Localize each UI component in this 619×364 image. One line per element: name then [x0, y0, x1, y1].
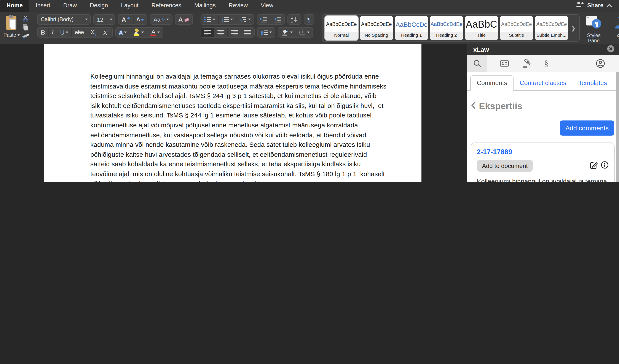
line-spacing-caret-icon[interactable]: [269, 31, 272, 33]
menu-tab-home[interactable]: Home: [0, 0, 29, 12]
multilevel-list-caret-icon[interactable]: [248, 19, 251, 20]
tab-contract-clauses[interactable]: Contract clauses: [514, 76, 572, 90]
shading-caret-icon[interactable]: [290, 31, 293, 33]
breadcrumb[interactable]: Ekspertiis: [471, 101, 619, 111]
sort-button[interactable]: AZ: [288, 15, 301, 24]
style-chip-no-spacing[interactable]: AaBbCcDdEe No Spacing: [360, 16, 393, 40]
style-chip-subtle-emphasis[interactable]: AaBbCcDdEe Subtle Emph...: [535, 16, 568, 40]
multilevel-list-button[interactable]: 1ai: [236, 15, 254, 24]
style-chip-heading1[interactable]: AaBbCcDc Heading 1: [395, 16, 428, 40]
contact-card-icon[interactable]: [500, 59, 509, 68]
shading-button[interactable]: [278, 28, 296, 37]
chevron-left-icon[interactable]: [471, 101, 476, 111]
menu-tab-mailings[interactable]: Mailings: [188, 0, 222, 12]
borders-caret-icon[interactable]: [307, 31, 310, 33]
search-icon[interactable]: [467, 55, 487, 72]
italic-button[interactable]: I: [48, 28, 57, 37]
gallery-more-icon[interactable]: ❯: [570, 25, 577, 31]
format-painter-icon[interactable]: [22, 33, 30, 41]
style-chip-title[interactable]: AaBbC Title: [465, 16, 498, 40]
bullet-list-button[interactable]: [201, 15, 218, 24]
style-chip-subtitle[interactable]: AaBbCcDdEe Subtitle: [500, 16, 533, 40]
close-icon[interactable]: [607, 45, 615, 54]
info-icon[interactable]: [601, 161, 609, 171]
menu-tab-design[interactable]: Design: [84, 0, 114, 12]
account-icon[interactable]: [596, 59, 605, 68]
bullet-list-caret-icon[interactable]: [213, 19, 215, 20]
font-size-caret-icon[interactable]: [110, 19, 113, 20]
shrink-font-button[interactable]: A: [133, 15, 147, 24]
font-color-button[interactable]: A: [147, 28, 163, 37]
paragraph-group: 123 1ai: [201, 14, 314, 42]
font-color-caret-icon[interactable]: [157, 31, 160, 33]
justify-button[interactable]: [241, 28, 254, 37]
add-to-document-button[interactable]: Add to document: [477, 160, 533, 172]
menu-tab-review[interactable]: Review: [222, 0, 254, 12]
svg-text:¶: ¶: [595, 21, 598, 28]
styles-pane-button[interactable]: ¶ Styles Pane: [584, 14, 604, 42]
subscript-button[interactable]: X2: [87, 28, 100, 37]
borders-button[interactable]: [296, 28, 312, 37]
font-name-value: Calibri (Body): [41, 16, 73, 22]
underline-caret-icon[interactable]: [66, 31, 69, 33]
menu-tab-references[interactable]: References: [145, 0, 188, 12]
font-size-value: 12: [97, 16, 103, 23]
line-spacing-button[interactable]: [258, 28, 275, 37]
numbered-list-caret-icon[interactable]: [230, 19, 233, 20]
eraser-icon: [184, 17, 189, 22]
section-sign-icon[interactable]: §: [544, 59, 548, 68]
paste-button[interactable]: Paste: [3, 14, 20, 42]
bold-button[interactable]: B: [38, 28, 48, 37]
gavel-small-icon[interactable]: [522, 59, 531, 68]
xlaw-ribbon-button[interactable]: xLaw: [612, 14, 619, 42]
clear-formatting-button[interactable]: A: [175, 15, 192, 24]
add-comments-button[interactable]: Add comments: [560, 121, 614, 135]
decrease-indent-button[interactable]: [257, 15, 271, 24]
case-number-link[interactable]: 2-17-17889: [477, 148, 609, 156]
menu-tab-draw[interactable]: Draw: [57, 0, 84, 12]
font-name-select[interactable]: Calibri (Body): [37, 14, 91, 25]
align-left-button[interactable]: [201, 28, 214, 37]
edit-icon[interactable]: [590, 161, 598, 171]
font-name-caret-icon[interactable]: [85, 19, 88, 20]
cut-icon[interactable]: [22, 15, 30, 24]
align-right-button[interactable]: [227, 28, 241, 37]
superscript-button[interactable]: X2: [100, 28, 113, 37]
paste-caret-icon[interactable]: [17, 34, 20, 36]
tab-templates[interactable]: Templates: [572, 76, 613, 90]
change-case-button[interactable]: Aa↻: [150, 15, 172, 24]
svg-text:i: i: [241, 21, 242, 22]
numbered-list-button[interactable]: 123: [218, 15, 236, 24]
person-plus-icon: [576, 1, 584, 9]
strikethrough-button[interactable]: abe: [71, 28, 87, 37]
menu-tab-view[interactable]: View: [254, 0, 280, 12]
chevron-up-icon[interactable]: [606, 1, 612, 9]
comment-body-text[interactable]: Kolleegiumi hinnangul on avaldajal ja te…: [477, 176, 609, 182]
align-center-button[interactable]: [214, 28, 227, 37]
font-size-select[interactable]: 12: [94, 14, 116, 25]
grow-font-icon: [127, 17, 130, 19]
highlight-button[interactable]: [130, 28, 147, 37]
menu-tab-layout[interactable]: Layout: [114, 0, 145, 12]
share-button[interactable]: Share: [576, 1, 619, 12]
copy-icon[interactable]: [22, 24, 30, 33]
word-window: Home Insert Draw Design Layout Reference…: [0, 0, 619, 182]
grow-font-button[interactable]: A: [119, 15, 133, 24]
style-chip-normal[interactable]: AaBbCcDdEe Normal: [325, 16, 358, 40]
styles-gallery: AaBbCcDdEe Normal AaBbCcDdEe No Spacing …: [322, 14, 580, 42]
show-paragraph-marks-button[interactable]: ¶: [304, 15, 314, 24]
paste-label: Paste: [3, 32, 16, 38]
xlaw-tabs: Comments Contract clauses Templates: [467, 72, 619, 91]
tab-comments[interactable]: Comments: [470, 75, 514, 91]
svg-text:Z: Z: [291, 20, 293, 23]
text-effects-button[interactable]: A: [116, 28, 130, 37]
style-chip-heading2[interactable]: AaBbCcDdEe Heading 2: [430, 16, 463, 40]
document-page[interactable]: Kolleegiumi hinnangul on avaldajal ja te…: [44, 44, 422, 182]
highlight-caret-icon[interactable]: [141, 31, 144, 33]
underline-button[interactable]: U: [57, 28, 71, 37]
panel-scrollbar[interactable]: [616, 72, 619, 182]
share-label: Share: [587, 2, 604, 8]
document-paragraph[interactable]: Kolleegiumi hinnangul on avaldajal ja te…: [90, 72, 390, 182]
menu-tab-insert[interactable]: Insert: [29, 0, 57, 12]
increase-indent-button[interactable]: [271, 15, 284, 24]
